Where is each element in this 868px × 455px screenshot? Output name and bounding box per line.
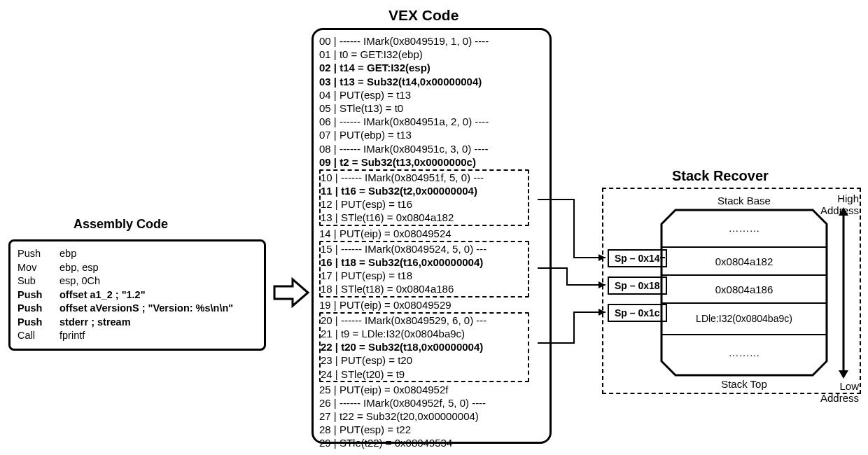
vex-line-25: 25 | PUT(eip) = 0x0804952f (319, 383, 544, 396)
vex-line-24: 24 | STle(t20) = t9 (321, 368, 528, 381)
stack-cell-3: LDle:I32(0x0804ba9c) (660, 313, 828, 324)
stack-cell-0: ……… (660, 222, 828, 234)
vex-line-18: 18 | STle(t18) = 0x0804a186 (321, 282, 528, 295)
vex-group-1: 10 | ------ IMark(0x804951f, 5, 0) ---11… (319, 169, 529, 226)
asm-operand: ebp (59, 247, 76, 261)
vex-line-22: 22 | t20 = Sub32(t18,0x00000004) (321, 340, 528, 354)
offset-sp-0x1c: Sp – 0x1c (608, 304, 667, 322)
asm-mnemonic: Push (18, 247, 59, 261)
vex-line-23: 23 | PUT(esp) = t20 (321, 354, 528, 367)
vex-line-03: 03 | t13 = Sub32(t14,0x00000004) (319, 75, 544, 88)
asm-mnemonic: Push (18, 316, 59, 330)
vex-code-box: 00 | ------ IMark(0x8049519, 1, 0) ----0… (312, 28, 552, 444)
svg-marker-7 (839, 370, 848, 379)
vex-line-10: 10 | ------ IMark(0x804951f, 5, 0) --- (321, 171, 528, 184)
assembly-code-box: PushebpMovebp, espSubesp, 0ChPushoffset … (8, 239, 266, 351)
vex-line-29: 29 | STle(t22) = 0x08049534 (319, 436, 544, 449)
vex-line-15: 15 | ------ IMark(0x8049524, 5, 0) --- (321, 242, 528, 255)
offset-sp-0x18: Sp – 0x18 (608, 276, 667, 295)
asm-row-3: Pushoffset a1_2 ; "1.2" (18, 288, 257, 302)
vex-line-04: 04 | PUT(esp) = t13 (319, 88, 544, 102)
vex-line-19: 19 | PUT(eip) = 0x08049529 (319, 298, 544, 312)
arrow-asm-to-vex (273, 276, 309, 309)
asm-mnemonic: Sub (18, 274, 59, 288)
vex-line-13: 13 | STle(t16) = 0x0804a182 (321, 211, 528, 224)
vex-line-12: 12 | PUT(esp) = t16 (321, 197, 528, 211)
vex-line-05: 05 | STle(t13) = t0 (319, 102, 544, 115)
low-address-label: Low Address (799, 380, 859, 404)
asm-row-1: Movebp, esp (18, 261, 257, 275)
asm-row-0: Pushebp (18, 247, 257, 261)
asm-operand: offset a1_2 ; "1.2" (59, 288, 146, 302)
vex-line-07: 07 | PUT(ebp) = t13 (319, 128, 544, 141)
vex-group-3: 20 | ------ IMark(0x8049529, 6, 0) ---21… (319, 312, 529, 382)
asm-mnemonic: Push (18, 302, 59, 316)
vex-line-28: 28 | PUT(esp) = t22 (319, 423, 544, 436)
vex-line-02: 02 | t14 = GET:I32(esp) (319, 61, 544, 74)
asm-operand: stderr ; stream (59, 316, 131, 330)
asm-row-2: Subesp, 0Ch (18, 274, 257, 288)
asm-mnemonic: Mov (18, 261, 59, 275)
vex-line-00: 00 | ------ IMark(0x8049519, 1, 0) ---- (319, 34, 544, 48)
vex-line-14: 14 | PUT(eip) = 0x08049524 (319, 227, 544, 240)
asm-operand: esp, 0Ch (59, 274, 100, 288)
vex-line-26: 26 | ------ IMark(0x804952f, 5, 0) ---- (319, 396, 544, 410)
stack-recover-title: Stack Recover (672, 168, 769, 184)
vex-line-01: 01 | t0 = GET:I32(ebp) (319, 48, 544, 61)
asm-operand: offset aVersionS ; "Version: %s\n\n" (59, 302, 233, 316)
vex-line-20: 20 | ------ IMark(0x8049529, 6, 0) --- (321, 314, 528, 327)
vex-line-11: 11 | t16 = Sub32(t2,0x00000004) (321, 184, 528, 197)
asm-row-6: Callfprintf (18, 329, 257, 343)
stack-cell-2: 0x0804a186 (660, 284, 828, 295)
asm-row-5: Pushstderr ; stream (18, 316, 257, 330)
vex-line-17: 17 | PUT(esp) = t18 (321, 269, 528, 282)
stack-cell-1: 0x0804a182 (660, 255, 828, 267)
vex-line-27: 27 | t22 = Sub32(t20,0x00000004) (319, 410, 544, 423)
asm-operand: fprintf (59, 329, 85, 343)
asm-mnemonic: Call (18, 329, 59, 343)
address-direction-arrow (836, 207, 850, 379)
vex-line-08: 08 | ------ IMark(0x804951c, 3, 0) ---- (319, 142, 544, 155)
svg-marker-6 (839, 207, 848, 216)
asm-operand: ebp, esp (59, 261, 99, 275)
vex-group-2: 15 | ------ IMark(0x8049524, 5, 0) ---16… (319, 241, 529, 298)
vex-line-21: 21 | t9 = LDle:I32(0x0804ba9c) (321, 327, 528, 340)
asm-mnemonic: Push (18, 288, 59, 302)
assembly-title: Assembly Code (74, 217, 168, 232)
vex-line-06: 06 | ------ IMark(0x804951a, 2, 0) ---- (319, 115, 544, 128)
vex-line-09: 09 | t2 = Sub32(t13,0x0000000c) (319, 155, 544, 169)
asm-row-4: Pushoffset aVersionS ; "Version: %s\n\n" (18, 302, 257, 316)
stack-cell-4: ……… (660, 346, 828, 358)
vex-line-16: 16 | t18 = Sub32(t16,0x00000004) (321, 255, 528, 269)
offset-sp-0x14: Sp – 0x14 (608, 249, 667, 267)
vex-title: VEX Code (388, 7, 458, 24)
